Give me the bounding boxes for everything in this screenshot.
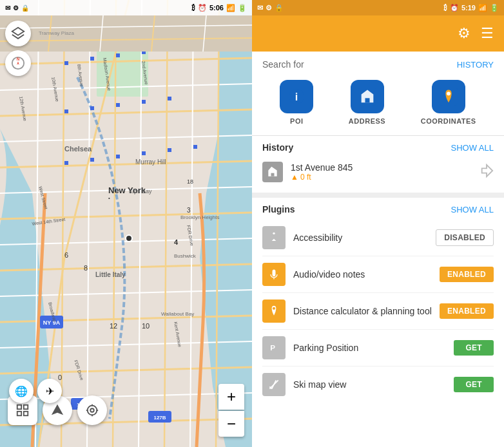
history-item-icon: [262, 162, 283, 182]
svg-text:Chelsea: Chelsea: [64, 145, 92, 153]
accessibility-icon: [262, 226, 286, 249]
status-bar-right: ✉⚙🔒 ₿⏰ 5:19 📶🔋: [252, 0, 504, 15]
history-section: History SHOW ALL 1st Avenue 845 ▲ 0 ft: [252, 136, 504, 193]
coordinates-icon-circle: [432, 80, 465, 113]
svg-text:Little Italy: Little Italy: [95, 271, 126, 278]
history-navigate-icon[interactable]: [480, 164, 494, 181]
svg-text:3: 3: [187, 207, 191, 214]
plugin-audio-video: Audio/video notes ENABLED: [262, 256, 494, 293]
address-label: ADDRESS: [349, 117, 385, 125]
svg-rect-70: [142, 100, 146, 104]
plugins-section-header: Plugins SHOW ALL: [262, 204, 494, 214]
svg-text:Bushwick: Bushwick: [174, 253, 197, 259]
globe-button[interactable]: 🌐: [9, 379, 34, 403]
history-item: 1st Avenue 845 ▲ 0 ft: [262, 158, 494, 186]
svg-text:8: 8: [84, 264, 88, 272]
coordinates-search-button[interactable]: COORDINATES: [421, 80, 476, 125]
svg-point-107: [447, 91, 451, 95]
svg-text:Murray Hill: Murray Hill: [135, 158, 166, 166]
svg-text:Tramway Plaza: Tramway Plaza: [39, 30, 74, 36]
plane-button[interactable]: ✈: [37, 379, 62, 403]
svg-text:i: i: [295, 91, 298, 102]
audio-video-icon: [262, 263, 286, 286]
svg-text:6: 6: [64, 251, 68, 259]
right-status-left-icons: ✉⚙🔒: [257, 4, 284, 12]
svg-rect-105: [365, 98, 369, 102]
poi-icon-circle: i: [280, 80, 313, 113]
svg-marker-87: [52, 404, 63, 415]
parking-badge[interactable]: GET: [454, 340, 494, 356]
compass-button[interactable]: N: [5, 50, 31, 76]
ski-map-badge[interactable]: GET: [454, 377, 494, 392]
right-status-right: ₿⏰ 5:19 📶🔋: [443, 4, 499, 12]
plugin-parking: P Parking Position GET: [262, 330, 494, 366]
audio-video-name: Audio/video notes: [293, 269, 432, 280]
section-gap: [252, 193, 504, 198]
search-type-icons: i POI ADDRESS: [262, 77, 494, 130]
search-section: Search for HISTORY i POI: [252, 52, 504, 135]
menu-hamburger-icon[interactable]: ☰: [481, 25, 494, 42]
layers-button[interactable]: [5, 21, 31, 46]
svg-text:P: P: [270, 343, 275, 352]
svg-text:Wallabout Bay: Wallabout Bay: [161, 311, 194, 317]
svg-rect-76: [168, 148, 171, 152]
parking-icon: P: [262, 336, 286, 359]
right-panel: ✉⚙🔒 ₿⏰ 5:19 📶🔋 Tramway Plaza ⚙ ☰: [252, 0, 504, 447]
poi-search-button[interactable]: i POI: [280, 80, 313, 125]
app-header: Tramway Plaza ⚙ ☰: [252, 15, 504, 52]
status-bar-left: ✉⚙🔒 ₿⏰5:06 📶🔋: [0, 0, 252, 15]
plugins-show-all[interactable]: SHOW ALL: [451, 205, 494, 214]
address-search-button[interactable]: ADDRESS: [349, 80, 385, 125]
distance-calc-icon: [262, 300, 286, 323]
distance-calc-name: Distance calculator & planning tool: [293, 306, 432, 316]
zoom-controls: + −: [218, 384, 244, 437]
left-status-icons: ✉⚙🔒: [5, 5, 29, 12]
svg-rect-94: [0, 15, 252, 52]
svg-text:18: 18: [187, 178, 193, 185]
ski-map-icon: [262, 373, 286, 396]
parking-name: Parking Position: [293, 343, 446, 353]
address-icon-circle: [351, 80, 384, 113]
zoom-in-button[interactable]: +: [218, 384, 244, 410]
svg-point-89: [88, 406, 97, 415]
svg-rect-77: [193, 145, 197, 149]
gps-button[interactable]: [77, 395, 107, 425]
coordinates-label: COORDINATES: [421, 117, 476, 125]
settings-gear-icon[interactable]: ⚙: [458, 25, 470, 42]
svg-text:12: 12: [110, 322, 117, 330]
svg-rect-86: [24, 412, 28, 415]
svg-rect-74: [116, 155, 120, 158]
svg-rect-64: [90, 57, 94, 61]
audio-video-badge[interactable]: ENABLED: [440, 267, 494, 282]
search-header: Search for HISTORY: [262, 59, 494, 70]
plugins-section: Plugins SHOW ALL Accessibility DISABLED: [252, 198, 504, 447]
svg-text:Kips Bay: Kips Bay: [129, 188, 152, 195]
svg-rect-67: [64, 109, 68, 113]
history-item-name: 1st Avenue 845: [291, 162, 472, 173]
plugins-title: Plugins: [262, 204, 295, 214]
history-item-distance: ▲ 0 ft: [291, 173, 472, 182]
svg-rect-72: [64, 161, 68, 165]
zoom-out-button[interactable]: −: [218, 411, 244, 437]
map-controls: N: [5, 21, 31, 76]
accessibility-badge[interactable]: DISABLED: [436, 229, 494, 246]
distance-calc-badge[interactable]: ENABLED: [440, 303, 494, 319]
ski-map-name: Ski map view: [293, 379, 446, 390]
svg-point-112: [273, 307, 275, 310]
svg-rect-69: [116, 103, 120, 107]
header-map-bg: Tramway Plaza: [0, 15, 252, 52]
svg-marker-109: [482, 164, 493, 176]
history-title: History: [262, 142, 293, 153]
history-show-all[interactable]: SHOW ALL: [451, 143, 494, 153]
svg-rect-84: [24, 405, 28, 409]
svg-text:10: 10: [142, 322, 150, 330]
svg-rect-65: [116, 53, 120, 57]
header-action-buttons: ⚙ ☰: [262, 25, 494, 42]
poi-label: POI: [290, 117, 303, 125]
svg-point-78: [126, 235, 132, 242]
svg-rect-71: [168, 97, 171, 100]
svg-marker-82: [17, 61, 19, 65]
svg-text:N: N: [17, 57, 20, 61]
history-link[interactable]: HISTORY: [457, 60, 494, 70]
svg-text:Brooklyn Heights: Brooklyn Heights: [180, 214, 219, 220]
